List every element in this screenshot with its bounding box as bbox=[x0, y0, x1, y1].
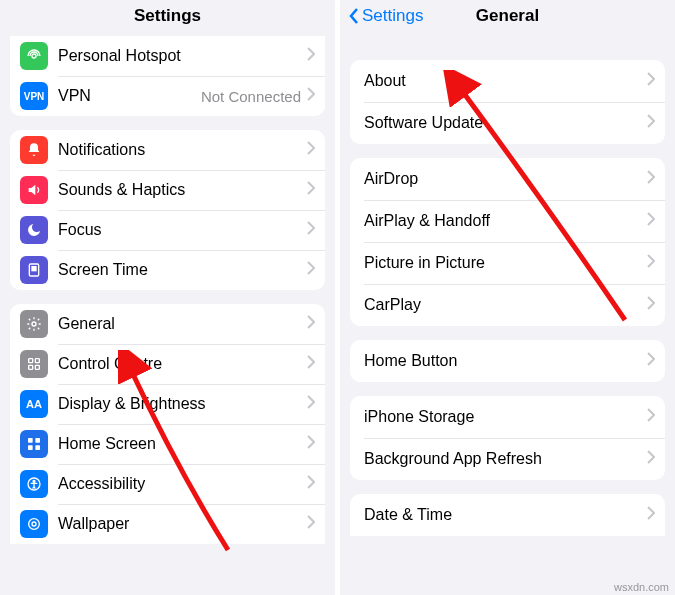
chevron-left-icon bbox=[348, 7, 360, 25]
chevron-right-icon bbox=[647, 450, 655, 468]
display-icon: AA bbox=[20, 390, 48, 418]
row-label: Background App Refresh bbox=[364, 450, 647, 468]
row-accessibility[interactable]: Accessibility bbox=[10, 464, 325, 504]
row-bg-refresh[interactable]: Background App Refresh bbox=[350, 438, 665, 480]
row-label: Screen Time bbox=[58, 261, 307, 279]
chevron-right-icon bbox=[647, 212, 655, 230]
svg-rect-5 bbox=[35, 359, 39, 363]
svg-rect-6 bbox=[29, 365, 33, 369]
row-homescreen[interactable]: Home Screen bbox=[10, 424, 325, 464]
row-label: Picture in Picture bbox=[364, 254, 647, 272]
chevron-right-icon bbox=[307, 87, 315, 105]
row-software-update[interactable]: Software Update bbox=[350, 102, 665, 144]
row-sounds[interactable]: Sounds & Haptics bbox=[10, 170, 325, 210]
chevron-right-icon bbox=[307, 475, 315, 493]
row-general[interactable]: General bbox=[10, 304, 325, 344]
row-about[interactable]: About bbox=[350, 60, 665, 102]
chevron-right-icon bbox=[647, 72, 655, 90]
row-label: Wallpaper bbox=[58, 515, 307, 533]
vpn-icon: VPN bbox=[20, 82, 48, 110]
row-label: Home Button bbox=[364, 352, 647, 370]
row-label: Display & Brightness bbox=[58, 395, 307, 413]
row-label: AirPlay & Handoff bbox=[364, 212, 647, 230]
back-label: Settings bbox=[362, 6, 423, 26]
row-label: General bbox=[58, 315, 307, 333]
settings-header: Settings bbox=[0, 0, 335, 32]
svg-point-0 bbox=[32, 54, 36, 58]
chevron-right-icon bbox=[307, 221, 315, 239]
row-label: Sounds & Haptics bbox=[58, 181, 307, 199]
general-title: General bbox=[476, 6, 539, 26]
row-airdrop[interactable]: AirDrop bbox=[350, 158, 665, 200]
row-vpn[interactable]: VPN VPN Not Connected bbox=[10, 76, 325, 116]
row-storage[interactable]: iPhone Storage bbox=[350, 396, 665, 438]
row-label: Accessibility bbox=[58, 475, 307, 493]
chevron-right-icon bbox=[307, 47, 315, 65]
row-notifications[interactable]: Notifications bbox=[10, 130, 325, 170]
svg-rect-4 bbox=[29, 359, 33, 363]
chevron-right-icon bbox=[647, 114, 655, 132]
row-label: AirDrop bbox=[364, 170, 647, 188]
row-personal-hotspot[interactable]: Personal Hotspot bbox=[10, 36, 325, 76]
chevron-right-icon bbox=[647, 170, 655, 188]
accessibility-icon bbox=[20, 470, 48, 498]
row-homebutton[interactable]: Home Button bbox=[350, 340, 665, 382]
chevron-right-icon bbox=[307, 395, 315, 413]
chevron-right-icon bbox=[307, 515, 315, 533]
chevron-right-icon bbox=[307, 141, 315, 159]
row-label: Home Screen bbox=[58, 435, 307, 453]
hotspot-icon bbox=[20, 42, 48, 70]
row-label: iPhone Storage bbox=[364, 408, 647, 426]
general-group-airplay: AirDrop AirPlay & Handoff Picture in Pic… bbox=[350, 158, 665, 326]
svg-point-3 bbox=[32, 322, 36, 326]
row-datetime[interactable]: Date & Time bbox=[350, 494, 665, 536]
row-detail: Not Connected bbox=[201, 88, 301, 105]
general-group-homebutton: Home Button bbox=[350, 340, 665, 382]
row-label: Focus bbox=[58, 221, 307, 239]
focus-icon bbox=[20, 216, 48, 244]
row-label: Date & Time bbox=[364, 506, 647, 524]
chevron-right-icon bbox=[647, 296, 655, 314]
general-header: Settings General bbox=[340, 0, 675, 32]
watermark: wsxdn.com bbox=[614, 581, 669, 593]
back-button[interactable]: Settings bbox=[348, 6, 423, 26]
svg-point-13 bbox=[33, 480, 35, 482]
row-label: About bbox=[364, 72, 647, 90]
row-display[interactable]: AA Display & Brightness bbox=[10, 384, 325, 424]
general-group-storage: iPhone Storage Background App Refresh bbox=[350, 396, 665, 480]
settings-group-alerts: Notifications Sounds & Haptics Focus Scr… bbox=[10, 130, 325, 290]
row-carplay[interactable]: CarPlay bbox=[350, 284, 665, 326]
settings-title: Settings bbox=[134, 6, 201, 26]
chevron-right-icon bbox=[307, 315, 315, 333]
row-screentime[interactable]: Screen Time bbox=[10, 250, 325, 290]
settings-group-connectivity: Personal Hotspot VPN VPN Not Connected bbox=[10, 36, 325, 116]
row-focus[interactable]: Focus bbox=[10, 210, 325, 250]
row-airplay[interactable]: AirPlay & Handoff bbox=[350, 200, 665, 242]
row-label: Software Update bbox=[364, 114, 647, 132]
svg-point-14 bbox=[29, 519, 40, 530]
chevron-right-icon bbox=[307, 435, 315, 453]
row-control-centre[interactable]: Control Centre bbox=[10, 344, 325, 384]
row-wallpaper[interactable]: Wallpaper bbox=[10, 504, 325, 544]
general-group-about: About Software Update bbox=[350, 60, 665, 144]
row-label: Personal Hotspot bbox=[58, 47, 307, 65]
chevron-right-icon bbox=[307, 181, 315, 199]
row-label: Control Centre bbox=[58, 355, 307, 373]
screentime-icon bbox=[20, 256, 48, 284]
svg-rect-7 bbox=[35, 365, 39, 369]
general-icon bbox=[20, 310, 48, 338]
settings-pane: Settings Personal Hotspot VPN VPN Not Co… bbox=[0, 0, 335, 595]
general-group-datetime: Date & Time bbox=[350, 494, 665, 536]
settings-group-system: General Control Centre AA Display & Brig… bbox=[10, 304, 325, 544]
row-pip[interactable]: Picture in Picture bbox=[350, 242, 665, 284]
chevron-right-icon bbox=[647, 352, 655, 370]
svg-rect-9 bbox=[35, 438, 40, 443]
wallpaper-icon bbox=[20, 510, 48, 538]
svg-point-15 bbox=[32, 522, 36, 526]
chevron-right-icon bbox=[647, 254, 655, 272]
control-centre-icon bbox=[20, 350, 48, 378]
row-label: Notifications bbox=[58, 141, 307, 159]
row-label: VPN bbox=[58, 87, 201, 105]
chevron-right-icon bbox=[307, 355, 315, 373]
chevron-right-icon bbox=[307, 261, 315, 279]
